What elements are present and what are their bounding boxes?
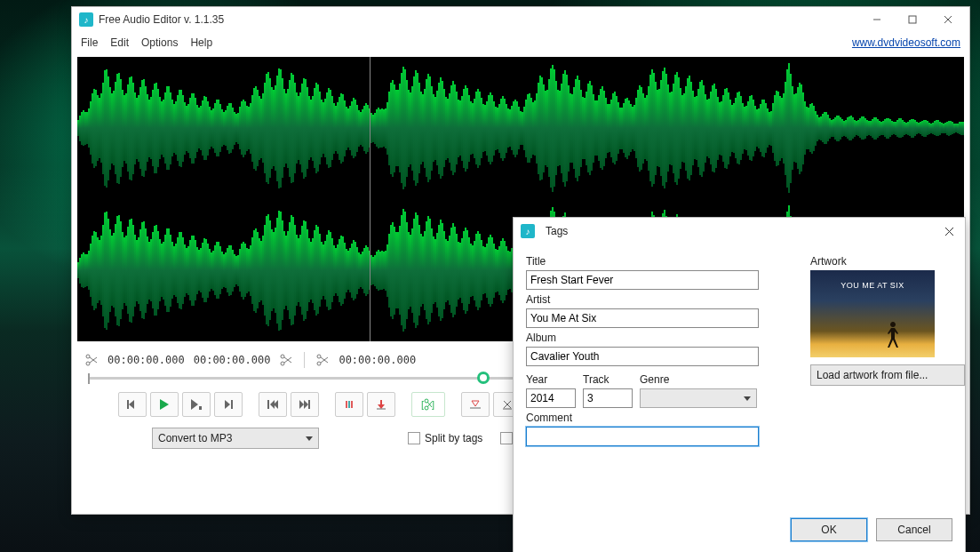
scissors-icon	[279, 353, 293, 367]
chevron-down-icon	[306, 436, 313, 441]
add-marker-button[interactable]	[335, 392, 363, 417]
svg-marker-33	[378, 404, 385, 409]
svg-rect-17	[127, 400, 129, 409]
album-label: Album	[526, 332, 794, 344]
svg-rect-28	[308, 400, 310, 409]
app-icon: ♪	[79, 12, 93, 27]
scissors-icon	[84, 353, 99, 367]
load-artwork-button[interactable]: Load artwork from file...	[810, 364, 965, 386]
cancel-button[interactable]: Cancel	[876, 518, 952, 541]
title-input[interactable]	[526, 270, 759, 290]
svg-marker-18	[160, 399, 169, 410]
svg-rect-23	[267, 400, 269, 409]
format-combo-label: Convert to MP3	[158, 432, 232, 444]
artwork-text: YOU ME AT SIX	[841, 281, 904, 290]
maximize-button[interactable]	[895, 9, 930, 30]
svg-point-4	[86, 362, 90, 365]
window-title: Free Audio Editor v. 1.1.35	[99, 13, 859, 26]
svg-point-13	[317, 355, 321, 358]
svg-point-8	[281, 362, 284, 365]
skip-back-button[interactable]	[259, 392, 287, 417]
svg-text:[: [	[421, 399, 424, 410]
svg-point-5	[86, 355, 90, 358]
comment-input[interactable]	[526, 427, 759, 446]
menu-help[interactable]: Help	[190, 36, 212, 49]
svg-marker-21	[225, 400, 230, 409]
comment-label: Comment	[526, 412, 794, 424]
menu-file[interactable]: File	[81, 36, 98, 49]
next-marker-button[interactable]	[214, 392, 243, 417]
menu-edit[interactable]: Edit	[110, 36, 129, 49]
svg-rect-1	[909, 16, 916, 23]
cut-selection-button[interactable]: []	[411, 392, 445, 417]
play-pause-button[interactable]	[182, 392, 211, 417]
import-button[interactable]	[367, 392, 395, 417]
year-label: Year	[526, 373, 576, 386]
website-link[interactable]: www.dvdvideosoft.com	[852, 36, 960, 49]
svg-point-9	[281, 355, 284, 358]
genre-label: Genre	[640, 373, 757, 386]
artwork-preview: YOU ME AT SIX	[810, 270, 935, 357]
app-icon: ♪	[521, 224, 535, 238]
album-input[interactable]	[526, 347, 759, 366]
scissors-icon	[315, 353, 330, 367]
svg-marker-41	[472, 401, 479, 406]
close-button[interactable]	[940, 222, 958, 240]
menu-bar: File Edit Options Help www.dvdvideosoft.…	[72, 32, 969, 53]
play-button[interactable]	[150, 392, 179, 417]
track-label: Track	[583, 373, 633, 386]
title-label: Title	[526, 255, 794, 268]
svg-marker-26	[299, 400, 304, 409]
svg-rect-20	[199, 406, 202, 410]
svg-marker-27	[304, 400, 308, 409]
selection-end: 00:00:00.000	[194, 354, 271, 366]
tags-dialog-title: Tags	[546, 225, 940, 237]
minimize-button[interactable]	[859, 9, 895, 30]
format-combo[interactable]: Convert to MP3	[152, 428, 319, 449]
slider-thumb[interactable]	[477, 372, 490, 384]
artwork-label: Artwork	[810, 255, 952, 268]
svg-rect-22	[231, 400, 233, 409]
prev-marker-button[interactable]	[118, 392, 147, 417]
artist-label: Artist	[526, 293, 794, 306]
track-input[interactable]	[583, 388, 633, 408]
crop-button[interactable]	[461, 392, 490, 417]
tags-dialog: ♪ Tags Title Artist Album Year Track	[513, 217, 966, 552]
titlebar[interactable]: ♪ Free Audio Editor v. 1.1.35	[72, 7, 969, 32]
svg-marker-16	[129, 400, 134, 409]
close-button[interactable]	[930, 9, 966, 30]
ok-button[interactable]: OK	[791, 518, 867, 541]
playhead-marker[interactable]	[370, 57, 370, 341]
menu-options[interactable]: Options	[141, 36, 178, 49]
tags-titlebar[interactable]: ♪ Tags	[514, 218, 965, 244]
slider-start-handle[interactable]	[88, 373, 90, 384]
split-tags-checkbox[interactable]: Split by tags	[408, 432, 482, 444]
skip-fwd-button[interactable]	[291, 392, 319, 417]
silhouette-icon	[881, 316, 904, 352]
chevron-down-icon	[744, 396, 751, 401]
svg-marker-19	[191, 399, 198, 410]
cursor-time: 00:00:00.000	[339, 354, 416, 366]
selection-start: 00:00:00.000	[108, 354, 185, 366]
genre-combo[interactable]	[640, 388, 757, 408]
svg-text:]: ]	[432, 399, 434, 410]
artist-input[interactable]	[526, 308, 759, 328]
year-input[interactable]	[526, 388, 576, 408]
svg-point-12	[317, 362, 321, 365]
